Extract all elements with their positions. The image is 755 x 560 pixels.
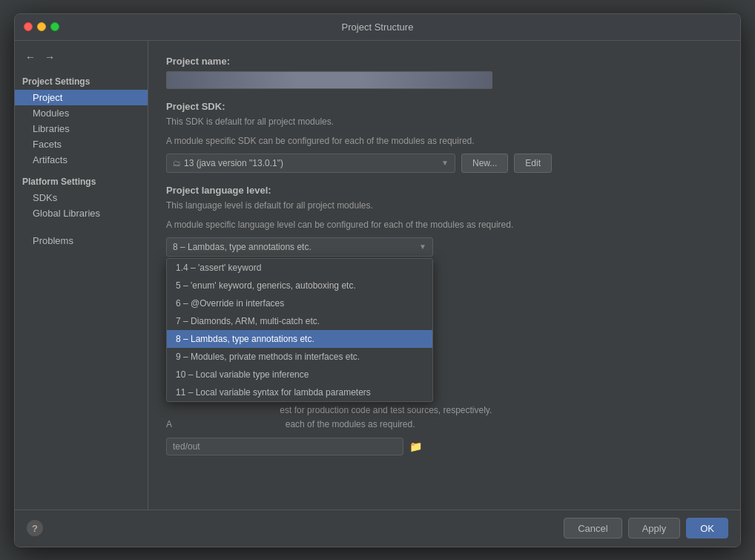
- lang-value: 8 – Lambdas, type annotations etc.: [173, 242, 419, 252]
- close-button[interactable]: [24, 22, 33, 31]
- content-line-4: A each of the modules as required.: [166, 418, 722, 432]
- cancel-button[interactable]: Cancel: [564, 518, 622, 538]
- minimize-button[interactable]: [37, 22, 46, 31]
- nav-arrows: ← →: [15, 47, 148, 70]
- sidebar-item-modules[interactable]: Modules: [15, 105, 148, 121]
- lang-option-9[interactable]: 9 – Modules, private methods in interfac…: [167, 348, 432, 366]
- folder-browse-icon[interactable]: 📁: [409, 441, 422, 452]
- sidebar-item-libraries[interactable]: Libraries: [15, 121, 148, 136]
- content-line-3: est for production code and test sources…: [166, 403, 722, 418]
- chevron-down-icon: ▼: [441, 159, 449, 167]
- sdk-new-button[interactable]: New...: [461, 154, 508, 173]
- project-settings-label: Project Settings: [15, 73, 148, 90]
- back-arrow[interactable]: ←: [22, 50, 39, 65]
- titlebar: Project Structure: [15, 14, 740, 41]
- sidebar: ← → Project Settings Project Modules Lib…: [15, 41, 148, 510]
- project-sdk-desc1: This SDK is default for all project modu…: [166, 115, 722, 128]
- lang-chevron-down-icon: ▼: [419, 243, 426, 251]
- lang-dropdown-wrapper: 8 – Lambdas, type annotations etc. ▼ 1.4…: [166, 237, 722, 257]
- lang-option-7[interactable]: 7 – Diamonds, ARM, multi-catch etc.: [167, 312, 432, 330]
- output-path-input[interactable]: [166, 438, 403, 455]
- lang-option-8[interactable]: 8 – Lambdas, type annotations etc.: [167, 330, 432, 348]
- dialog-title: Project Structure: [342, 22, 414, 33]
- sidebar-item-facets[interactable]: Facets: [15, 136, 148, 152]
- sidebar-item-project[interactable]: Project: [15, 90, 148, 105]
- project-sdk-title: Project SDK:: [166, 101, 722, 112]
- project-lang-desc1: This language level is default for all p…: [166, 199, 722, 212]
- lang-option-11[interactable]: 11 – Local variable syntax for lambda pa…: [167, 383, 432, 401]
- sidebar-item-sdks[interactable]: SDKs: [15, 190, 148, 205]
- sidebar-item-global-libraries[interactable]: Global Libraries: [15, 205, 148, 221]
- lang-option-5[interactable]: 5 – 'enum' keyword, generics, autoboxing…: [167, 277, 432, 294]
- lang-dropdown-popup: 1.4 – 'assert' keyword 5 – 'enum' keywor…: [166, 258, 433, 402]
- content-path-row: 📁: [166, 438, 722, 455]
- project-sdk-desc2: A module specific SDK can be configured …: [166, 134, 722, 148]
- bottom-bar: ? Cancel Apply OK: [15, 510, 740, 547]
- lang-dropdown[interactable]: 8 – Lambdas, type annotations etc. ▼: [166, 237, 433, 257]
- bottom-buttons: Cancel Apply OK: [564, 518, 728, 538]
- platform-settings-label: Platform Settings: [15, 174, 148, 190]
- traffic-lights: [24, 22, 59, 31]
- project-name-label: Project name:: [166, 56, 722, 67]
- main-content: ← → Project Settings Project Modules Lib…: [15, 41, 740, 510]
- right-panel: Project name: Project SDK: This SDK is d…: [148, 41, 740, 510]
- project-structure-dialog: Project Structure ← → Project Settings P…: [14, 13, 741, 547]
- lang-option-10[interactable]: 10 – Local variable type inference: [167, 366, 432, 383]
- project-lang-desc2: A module specific language level can be …: [166, 218, 722, 231]
- sidebar-item-artifacts[interactable]: Artifacts: [15, 152, 148, 168]
- sdk-row: 🗂 13 (java version "13.0.1") ▼ New... Ed…: [166, 154, 722, 173]
- sdk-edit-button[interactable]: Edit: [514, 154, 552, 173]
- sidebar-item-problems[interactable]: Problems: [15, 233, 148, 248]
- ok-button[interactable]: OK: [686, 518, 728, 538]
- sdk-dropdown[interactable]: 🗂 13 (java version "13.0.1") ▼: [166, 154, 455, 173]
- lang-option-6[interactable]: 6 – @Override in interfaces: [167, 294, 432, 312]
- project-name-input[interactable]: [166, 71, 492, 89]
- sdk-icon: 🗂: [173, 159, 181, 168]
- help-button[interactable]: ?: [27, 520, 43, 536]
- apply-button[interactable]: Apply: [628, 518, 681, 538]
- lang-option-14[interactable]: 1.4 – 'assert' keyword: [167, 259, 432, 277]
- forward-arrow[interactable]: →: [42, 50, 58, 65]
- zoom-button[interactable]: [50, 22, 59, 31]
- sdk-value: 13 (java version "13.0.1"): [184, 158, 441, 168]
- project-lang-title: Project language level:: [166, 185, 722, 196]
